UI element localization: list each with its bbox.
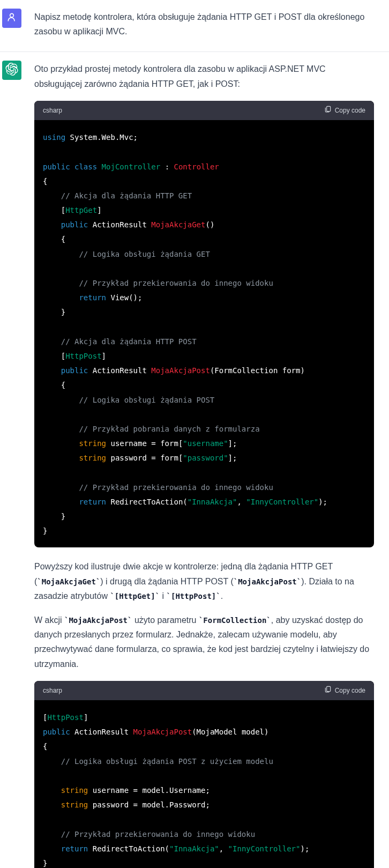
user-content: Napisz metodę kontrolera, która obsługuj… xyxy=(34,9,389,39)
assistant-avatar xyxy=(2,61,21,80)
explanation-paragraph-2: W akcji `MojaAkcjaPost` użyto parametru … xyxy=(34,613,374,671)
code-language-label: csharp xyxy=(43,105,62,116)
svg-rect-1 xyxy=(326,106,330,111)
copy-code-label: Copy code xyxy=(335,685,365,696)
user-avatar xyxy=(2,9,21,28)
explanation-paragraph-1: Powyższy kod ilustruje dwie akcje w kont… xyxy=(34,559,374,603)
user-icon xyxy=(6,12,17,25)
assistant-intro: Oto przykład prostej metody kontrolera d… xyxy=(34,62,374,91)
user-turn: Napisz metodę kontrolera, która obsługuj… xyxy=(0,0,389,52)
code-block-header: csharp Copy code xyxy=(34,101,374,120)
copy-code-button[interactable]: Copy code xyxy=(324,105,365,116)
assistant-logo-icon xyxy=(5,63,18,78)
clipboard-icon xyxy=(324,685,332,696)
code-block-header: csharp Copy code xyxy=(34,681,374,700)
assistant-content: Oto przykład prostej metody kontrolera d… xyxy=(34,61,389,868)
clipboard-icon xyxy=(324,105,332,116)
code-language-label: csharp xyxy=(43,685,62,696)
copy-code-button[interactable]: Copy code xyxy=(324,685,365,696)
code-content: using System.Web.Mvc; public class MojCo… xyxy=(43,133,327,535)
conversation: Napisz metodę kontrolera, która obsługuj… xyxy=(0,0,389,868)
assistant-turn: Oto przykład prostej metody kontrolera d… xyxy=(0,52,389,868)
code-pre[interactable]: using System.Web.Mvc; public class MojCo… xyxy=(34,120,374,547)
svg-rect-2 xyxy=(326,686,330,691)
copy-code-label: Copy code xyxy=(335,105,365,116)
code-block-1: csharp Copy code using System.Web.Mvc; p… xyxy=(34,101,374,548)
code-pre[interactable]: [HttpPost] public ActionResult MojaAkcja… xyxy=(34,700,374,868)
code-block-2: csharp Copy code [HttpPost] public Actio… xyxy=(34,681,374,868)
user-prompt: Napisz metodę kontrolera, która obsługuj… xyxy=(34,10,374,39)
code-content: [HttpPost] public ActionResult MojaAkcja… xyxy=(43,713,309,867)
svg-point-0 xyxy=(10,13,14,17)
